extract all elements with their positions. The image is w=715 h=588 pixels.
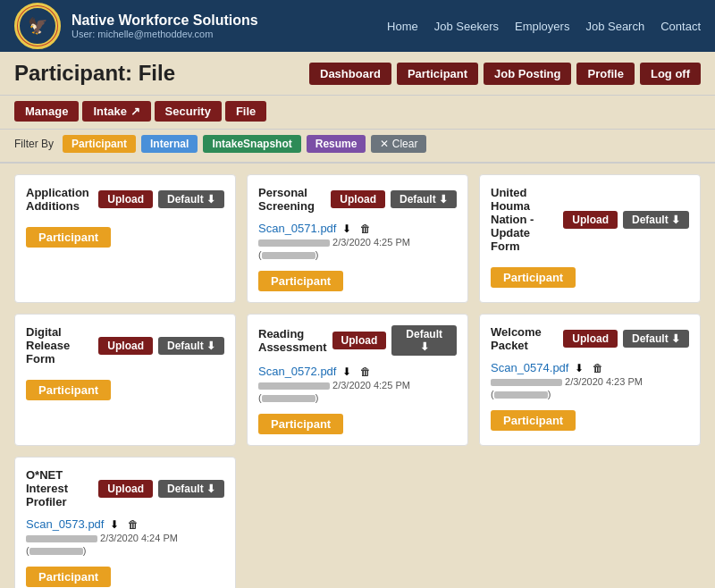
default-reading-assessment[interactable]: Default ⬇ <box>391 325 457 356</box>
filter-intakesnapshot[interactable]: IntakeSnapshot <box>203 135 300 153</box>
brand-sub: User: michelle@methoddev.com <box>72 29 258 39</box>
upload-personal-screening[interactable]: Upload <box>331 190 385 208</box>
filter-internal[interactable]: Internal <box>141 135 198 153</box>
card-header: O*NET Interest Profiler Upload Default ⬇ <box>26 468 224 508</box>
card-title-application-additions: Application Additions <box>26 186 93 213</box>
card-header: Personal Screening Upload Default ⬇ <box>258 186 457 213</box>
delete-icon[interactable]: 🗑 <box>128 518 139 531</box>
card-participant-tag[interactable]: Participant <box>26 222 224 248</box>
file-entry: Scan_0574.pdf ⬇ 🗑 2/3/2020 4:23 PM () <box>491 361 689 399</box>
clear-filter-button[interactable]: ✕ Clear <box>371 135 426 153</box>
main-content: Application Additions Upload Default ⬇ P… <box>0 164 715 588</box>
upload-welcome-packet[interactable]: Upload <box>563 330 618 348</box>
filter-label: Filter By <box>14 138 54 150</box>
default-united-houma-nation[interactable]: Default ⬇ <box>623 211 689 229</box>
blurred-name <box>258 382 330 390</box>
nav-employers[interactable]: Employers <box>515 20 569 33</box>
card-header: Welcome Packet Upload Default ⬇ <box>491 325 689 352</box>
nav-home[interactable]: Home <box>387 20 418 33</box>
upload-reading-assessment[interactable]: Upload <box>332 332 387 349</box>
file-link-scan-0574[interactable]: Scan_0574.pdf <box>491 361 568 374</box>
filter-resume[interactable]: Resume <box>307 135 366 153</box>
log-off-button[interactable]: Log off <box>640 63 701 85</box>
download-icon[interactable]: ⬇ <box>110 518 119 531</box>
filter-bar: Filter By Participant Internal IntakeSna… <box>0 130 715 164</box>
card-header: Application Additions Upload Default ⬇ <box>26 186 224 213</box>
header-buttons: Dashboard Participant Job Posting Profil… <box>309 63 701 85</box>
download-icon[interactable]: ⬇ <box>342 365 351 378</box>
nav-contact[interactable]: Contact <box>660 20 701 33</box>
default-digital-release-form[interactable]: Default ⬇ <box>158 337 224 355</box>
file-meta-sub: () <box>258 249 457 260</box>
blurred-sub <box>29 548 83 555</box>
job-posting-button[interactable]: Job Posting <box>484 63 571 85</box>
page-title: Participant: File <box>14 61 309 86</box>
card-title-reading-assessment: Reading Assessment <box>258 327 327 354</box>
card-header: Digital Release Form Upload Default ⬇ <box>26 325 224 365</box>
blurred-name <box>26 535 97 542</box>
card-personal-screening: Personal Screening Upload Default ⬇ Scan… <box>247 174 468 303</box>
file-entry: Scan_0573.pdf ⬇ 🗑 2/3/2020 4:24 PM () <box>26 517 224 556</box>
card-participant-tag[interactable]: Participant <box>258 408 457 434</box>
default-application-additions[interactable]: Default ⬇ <box>158 190 224 208</box>
card-participant-tag[interactable]: Participant <box>26 561 224 587</box>
card-onet-interest-profiler: O*NET Interest Profiler Upload Default ⬇… <box>14 457 236 588</box>
card-participant-tag[interactable]: Participant <box>491 405 689 431</box>
top-navigation: 🦅 Native Workforce Solutions User: miche… <box>0 0 715 52</box>
file-link-scan-0573[interactable]: Scan_0573.pdf <box>26 517 104 531</box>
brand: Native Workforce Solutions User: michell… <box>72 13 258 39</box>
intake-button[interactable]: Intake ↗ <box>82 101 150 122</box>
card-title-digital-release-form: Digital Release Form <box>26 325 93 365</box>
file-meta: 2/3/2020 4:25 PM <box>258 237 457 248</box>
delete-icon[interactable]: 🗑 <box>360 365 371 378</box>
card-header: Reading Assessment Upload Default ⬇ <box>258 325 457 356</box>
card-participant-tag[interactable]: Participant <box>491 262 689 288</box>
nav-job-search[interactable]: Job Search <box>585 20 644 33</box>
blurred-name <box>491 379 562 386</box>
file-button[interactable]: File <box>225 101 266 122</box>
file-meta-sub: () <box>258 392 457 403</box>
blurred-sub <box>262 395 315 402</box>
file-entry: Scan_0572.pdf ⬇ 🗑 2/3/2020 4:25 PM () <box>258 365 457 403</box>
file-meta-sub: () <box>26 545 224 556</box>
card-application-additions: Application Additions Upload Default ⬇ P… <box>14 174 236 303</box>
file-link-scan-0571[interactable]: Scan_0571.pdf <box>258 222 336 235</box>
file-meta: 2/3/2020 4:24 PM <box>26 533 224 543</box>
nav-job-seekers[interactable]: Job Seekers <box>434 20 499 33</box>
card-participant-tag[interactable]: Participant <box>258 265 457 291</box>
security-button[interactable]: Security <box>155 101 222 122</box>
participant-button[interactable]: Participant <box>397 63 478 85</box>
upload-digital-release-form[interactable]: Upload <box>98 337 153 355</box>
file-meta: 2/3/2020 4:23 PM <box>491 376 689 387</box>
card-title-onet-interest-profiler: O*NET Interest Profiler <box>26 468 93 508</box>
upload-united-houma-nation[interactable]: Upload <box>563 211 618 229</box>
cards-grid: Application Additions Upload Default ⬇ P… <box>14 174 701 588</box>
card-reading-assessment: Reading Assessment Upload Default ⬇ Scan… <box>247 314 468 446</box>
dashboard-button[interactable]: Dashboard <box>309 63 391 85</box>
blurred-name <box>258 239 330 247</box>
logo: 🦅 <box>14 3 61 49</box>
download-icon[interactable]: ⬇ <box>575 362 584 374</box>
card-welcome-packet: Welcome Packet Upload Default ⬇ Scan_057… <box>479 314 701 446</box>
page-header: Participant: File Dashboard Participant … <box>0 52 715 96</box>
card-title-united-houma-nation: United Houma Nation - Update Form <box>491 186 558 253</box>
upload-application-additions[interactable]: Upload <box>98 190 153 208</box>
card-header: United Houma Nation - Update Form Upload… <box>491 186 689 253</box>
file-meta-sub: () <box>491 389 689 399</box>
card-title-personal-screening: Personal Screening <box>258 186 325 213</box>
card-united-houma-nation: United Houma Nation - Update Form Upload… <box>479 174 701 303</box>
profile-button[interactable]: Profile <box>576 63 634 85</box>
file-link-scan-0572[interactable]: Scan_0572.pdf <box>258 365 336 378</box>
blurred-sub <box>494 391 548 399</box>
delete-icon[interactable]: 🗑 <box>360 223 371 235</box>
card-participant-tag[interactable]: Participant <box>26 374 224 400</box>
manage-button[interactable]: Manage <box>14 101 79 122</box>
default-personal-screening[interactable]: Default ⬇ <box>391 190 457 208</box>
default-onet-interest-profiler[interactable]: Default ⬇ <box>158 480 224 498</box>
default-welcome-packet[interactable]: Default ⬇ <box>623 330 689 348</box>
delete-icon[interactable]: 🗑 <box>593 362 603 374</box>
filter-participant[interactable]: Participant <box>63 135 136 153</box>
card-digital-release-form: Digital Release Form Upload Default ⬇ Pa… <box>14 314 236 446</box>
download-icon[interactable]: ⬇ <box>342 223 351 235</box>
upload-onet-interest-profiler[interactable]: Upload <box>98 480 153 498</box>
